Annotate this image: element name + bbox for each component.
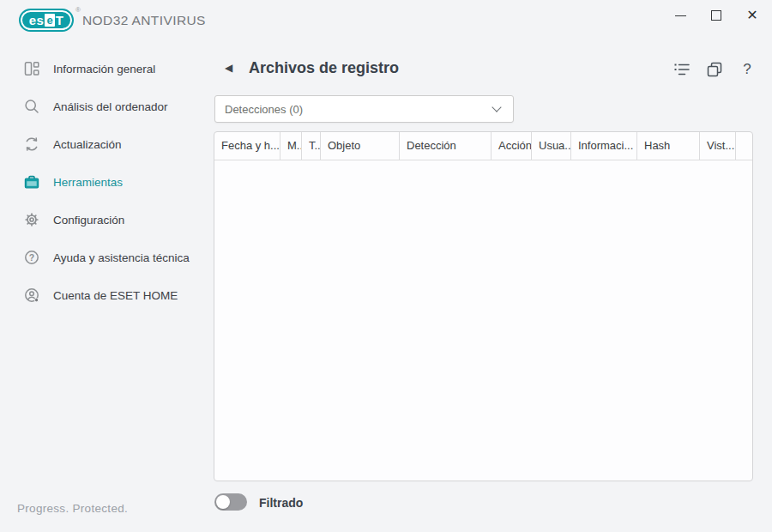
- overview-icon: [22, 59, 41, 78]
- column-header-hash[interactable]: Hash: [637, 132, 700, 160]
- minimize-icon: [675, 15, 686, 16]
- detections-dropdown[interactable]: Detecciones (0): [214, 95, 514, 123]
- list-details-button[interactable]: [672, 60, 691, 79]
- question-glyph: ?: [29, 252, 34, 263]
- back-button[interactable]: ◀: [225, 62, 232, 74]
- column-header-informacion[interactable]: Informaci...: [571, 132, 637, 160]
- product-title: NOD32 ANTIVIRUS: [82, 13, 206, 28]
- filter-toggle[interactable]: [214, 493, 247, 511]
- sidebar-item-actualizacion[interactable]: Actualización: [22, 125, 207, 163]
- toolbox-icon: [22, 172, 41, 191]
- maximize-button[interactable]: [702, 0, 731, 31]
- registered-mark: ®: [75, 6, 81, 14]
- sidebar-item-label: Información general: [53, 63, 155, 76]
- minimize-button[interactable]: [666, 0, 695, 31]
- gear-icon: [22, 210, 41, 229]
- refresh-icon: [22, 135, 41, 154]
- help-icon: ?: [743, 61, 751, 78]
- toggle-knob: [216, 495, 230, 509]
- eset-logo-pill: eseT: [19, 9, 74, 32]
- copy-button[interactable]: [705, 60, 724, 79]
- sidebar-item-analisis[interactable]: Análisis del ordenador: [22, 88, 207, 125]
- close-icon: ✕: [746, 9, 757, 22]
- page-title: Archivos de registro: [249, 59, 399, 77]
- sidebar-item-configuracion[interactable]: Configuración: [22, 201, 207, 239]
- logo-text-left: es: [29, 14, 45, 27]
- table-header-row: Fecha y h... M.. T... Objeto Detección A…: [214, 132, 752, 160]
- column-header-deteccion[interactable]: Detección: [400, 132, 492, 160]
- logo-text-right: T: [56, 14, 64, 27]
- sidebar-item-ayuda[interactable]: ? Ayuda y asistencia técnica: [22, 239, 207, 276]
- sidebar-item-label: Análisis del ordenador: [53, 100, 168, 113]
- filter-toggle-label: Filtrado: [259, 496, 303, 510]
- chevron-down-icon: [492, 102, 501, 112]
- eset-logo: eseT ®: [19, 9, 81, 32]
- sidebar-item-label: Cuenta de ESET HOME: [53, 289, 178, 302]
- sidebar-item-label: Actualización: [53, 138, 122, 151]
- help-circle-icon: ?: [22, 248, 41, 267]
- account-icon: [22, 286, 41, 305]
- brand-tagline: Progress. Protected.: [17, 502, 128, 515]
- header-toolbar: ?: [672, 60, 757, 79]
- column-header-t[interactable]: T...: [302, 132, 321, 160]
- search-icon: [22, 97, 41, 116]
- logo-text-boxed: e: [45, 14, 54, 27]
- sidebar-item-cuenta-eset-home[interactable]: Cuenta de ESET HOME: [22, 276, 207, 314]
- sidebar-item-label: Herramientas: [53, 176, 123, 189]
- column-header-empty[interactable]: [736, 132, 752, 160]
- column-header-m[interactable]: M..: [280, 132, 302, 160]
- column-header-fecha[interactable]: Fecha y h...: [214, 132, 280, 160]
- maximize-icon: [711, 10, 721, 21]
- sidebar-item-label: Ayuda y asistencia técnica: [53, 251, 190, 264]
- sidebar-item-label: Configuración: [53, 214, 124, 227]
- column-header-visto[interactable]: Vist...: [700, 132, 736, 160]
- help-button[interactable]: ?: [738, 60, 757, 79]
- sidebar-item-herramientas[interactable]: Herramientas: [22, 163, 207, 201]
- close-button[interactable]: ✕: [738, 0, 767, 31]
- column-header-accion[interactable]: Acción: [492, 132, 532, 160]
- column-header-objeto[interactable]: Objeto: [321, 132, 400, 160]
- column-header-usuario[interactable]: Usua...: [532, 132, 571, 160]
- sidebar-item-informacion-general[interactable]: Información general: [22, 50, 207, 88]
- log-table: Fecha y h... M.. T... Objeto Detección A…: [214, 131, 753, 481]
- dropdown-selected-value: Detecciones (0): [215, 103, 493, 116]
